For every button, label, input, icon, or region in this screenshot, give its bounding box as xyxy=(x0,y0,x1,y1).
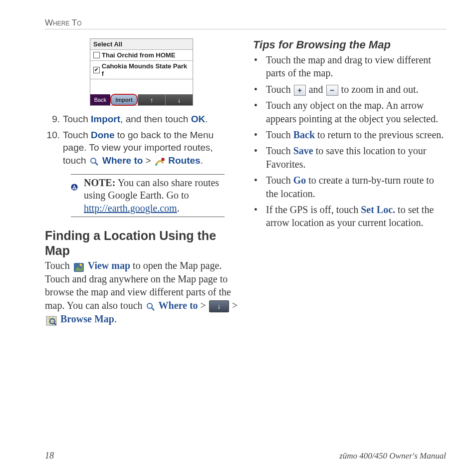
note-label: NOTE: xyxy=(84,177,115,188)
list-item-label: Cahokia Mounds State Park f xyxy=(102,62,190,77)
tip-text: Touch xyxy=(266,84,293,95)
tip-text: Touch xyxy=(266,145,293,156)
keyword-routes: Routes xyxy=(168,155,200,166)
tip-item: If the GPS is off, touch Set Loc. to set… xyxy=(253,203,446,230)
step-text: , and then touch xyxy=(120,114,191,124)
tip-text: Touch any object on the map. An arrow ap… xyxy=(266,99,446,125)
note-text: . xyxy=(177,203,180,214)
plus-icon: + xyxy=(294,85,306,96)
step-text: Touch xyxy=(63,114,91,124)
back-button[interactable]: Back xyxy=(90,94,110,105)
tip-text: to return to the previous screen. xyxy=(315,129,444,140)
svg-point-0 xyxy=(91,158,96,163)
svg-point-9 xyxy=(147,303,152,308)
browse-map-icon xyxy=(46,316,57,326)
keyword-go: Go xyxy=(293,175,306,186)
keyword-view-map: View map xyxy=(88,260,130,271)
tip-text: and xyxy=(306,84,326,95)
import-button[interactable]: Import xyxy=(110,94,138,106)
tip-text: Touch the map and drag to view different… xyxy=(266,53,446,80)
step-10: 10. Touch Done to go back to the Menu pa… xyxy=(45,129,238,167)
list-item-label: Thai Orchid from HOME xyxy=(102,51,175,59)
svg-line-1 xyxy=(95,163,98,165)
step-text: . xyxy=(201,155,203,166)
section-body: Touch View map to open the Map page. Tou… xyxy=(45,259,238,325)
step-text: > xyxy=(143,155,154,166)
page-number: 18 xyxy=(45,451,54,461)
minus-icon: − xyxy=(326,85,338,96)
select-all-header: Select All xyxy=(90,39,193,50)
subsection-heading: Tips for Browsing the Map xyxy=(253,38,446,51)
step-number: 9. xyxy=(45,113,63,126)
tip-item: Touch + and − to zoom in and out. xyxy=(253,83,446,96)
note-link[interactable]: http://earth.google.com xyxy=(84,203,177,214)
keyword-import: Import xyxy=(91,114,120,124)
step-number: 10. xyxy=(45,129,63,167)
tip-text: to zoom in and out. xyxy=(339,84,419,95)
svg-point-8 xyxy=(79,264,82,266)
step-text: Touch xyxy=(63,130,91,140)
checkbox-checked-icon: ✔ xyxy=(93,67,100,73)
tip-text: If the GPS is off, touch xyxy=(266,204,361,215)
down-arrow-icon: ↓ xyxy=(209,300,229,312)
tip-item: Touch any object on the map. An arrow ap… xyxy=(253,99,446,125)
keyword-where-to: Where to xyxy=(102,155,143,166)
note-check-icon xyxy=(71,179,78,196)
magnifier-icon xyxy=(90,157,99,166)
step-9: 9. Touch Import, and then touch OK. xyxy=(45,113,238,126)
tip-item: Touch the map and drag to view different… xyxy=(253,53,446,80)
keyword-ok: OK xyxy=(191,114,206,124)
keyword-save: Save xyxy=(293,145,313,156)
list-item: Thai Orchid from HOME xyxy=(90,50,193,61)
body-text: Touch xyxy=(45,260,72,271)
keyword-done: Done xyxy=(91,130,115,140)
keyword-set-loc: Set Loc. xyxy=(361,204,395,215)
tip-item: Touch Save to save this location to your… xyxy=(253,144,446,171)
left-column: Select All Thai Orchid from HOME ✔ Cahok… xyxy=(45,38,238,325)
footer-title: zūmo 400/450 Owner's Manual xyxy=(339,451,446,461)
up-arrow-button[interactable]: ↑ xyxy=(138,94,165,105)
checkbox-unchecked-icon xyxy=(93,52,100,58)
keyword-where-to: Where to xyxy=(159,300,198,311)
device-screenshot: Select All Thai Orchid from HOME ✔ Cahok… xyxy=(90,38,193,106)
tip-item: Touch Go to create a turn-by-turn route … xyxy=(253,174,446,200)
step-text: . xyxy=(205,114,208,124)
keyword-back: Back xyxy=(293,129,315,140)
svg-point-3 xyxy=(155,164,157,166)
routes-icon xyxy=(155,157,165,166)
body-text: > xyxy=(198,300,209,311)
button-bar: Back Import ↑ ↓ xyxy=(90,94,193,105)
body-text: > xyxy=(230,300,238,311)
tip-text: Touch xyxy=(266,175,293,186)
list-item: ✔ Cahokia Mounds State Park f xyxy=(90,61,193,79)
tips-list: Touch the map and drag to view different… xyxy=(253,53,446,230)
body-text: . xyxy=(114,313,117,324)
view-map-icon xyxy=(73,262,84,272)
down-arrow-button[interactable]: ↓ xyxy=(165,94,193,105)
section-heading: Finding a Location Using the Map xyxy=(45,228,238,258)
magnifier-icon xyxy=(146,302,155,311)
keyword-browse-map: Browse Map xyxy=(60,313,114,324)
note-block: NOTE: You can also share routes using Go… xyxy=(71,174,225,218)
right-column: Tips for Browsing the Map Touch the map … xyxy=(253,38,446,325)
svg-rect-2 xyxy=(162,158,164,161)
page-header: Where To xyxy=(45,18,446,29)
tip-text: Touch xyxy=(266,129,293,140)
page-footer: 18 zūmo 400/450 Owner's Manual xyxy=(45,451,446,461)
svg-line-10 xyxy=(152,308,154,310)
tip-item: Touch Back to return to the previous scr… xyxy=(253,128,446,141)
